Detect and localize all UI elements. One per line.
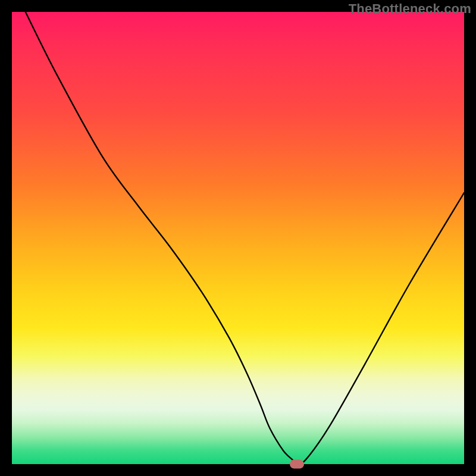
optimal-marker [290, 460, 304, 469]
watermark-text: TheBottleneck.com [349, 1, 471, 17]
curve-layer [12, 12, 464, 464]
chart-stage: TheBottleneck.com [0, 0, 476, 476]
bottleneck-curve [26, 12, 464, 464]
